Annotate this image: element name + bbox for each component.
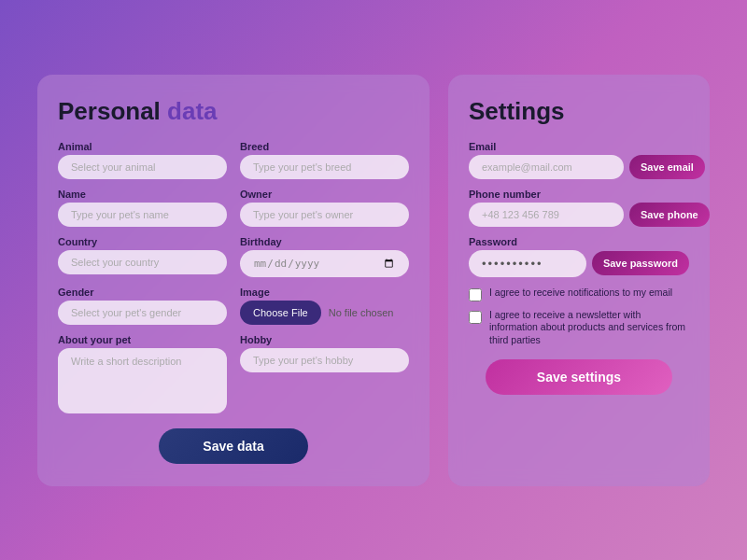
hobby-input[interactable]: [240, 348, 409, 372]
animal-group: Animal Select your animal: [58, 141, 227, 179]
save-phone-button[interactable]: Save phone: [629, 203, 710, 227]
password-group: Password Save password: [469, 236, 689, 277]
phone-input-row: Save phone: [469, 203, 689, 227]
notifications-checkbox-label: I agree to receive notifications to my e…: [489, 287, 672, 300]
email-input[interactable]: [469, 155, 624, 179]
hobby-group: Hobby: [240, 334, 409, 413]
birthday-label: Birthday: [240, 236, 409, 247]
gender-select[interactable]: Select your pet's gender: [58, 301, 227, 325]
animal-select[interactable]: Select your animal: [58, 155, 227, 179]
password-label: Password: [469, 236, 689, 247]
about-group: About your pet: [58, 334, 227, 413]
name-group: Name: [58, 189, 227, 227]
settings-card: Settings Email Save email Phone number S…: [448, 75, 710, 486]
phone-label: Phone number: [469, 189, 689, 200]
checkbox1-group: I agree to receive notifications to my e…: [469, 287, 689, 301]
breed-group: Breed: [240, 141, 409, 179]
owner-label: Owner: [240, 189, 409, 200]
email-input-row: Save email: [469, 155, 689, 179]
save-data-button[interactable]: Save data: [159, 428, 308, 464]
image-label: Image: [240, 287, 409, 298]
choose-file-button[interactable]: Choose File: [240, 301, 321, 325]
save-password-button[interactable]: Save password: [592, 251, 689, 275]
about-label: About your pet: [58, 334, 227, 345]
newsletter-checkbox-label: I agree to receive a newsletter with inf…: [489, 309, 689, 347]
birthday-input[interactable]: [240, 250, 409, 277]
password-input-row: Save password: [469, 250, 689, 277]
phone-group: Phone number Save phone: [469, 189, 689, 227]
checkbox2-group: I agree to receive a newsletter with inf…: [469, 309, 689, 347]
email-label: Email: [469, 141, 689, 152]
no-file-text: No file chosen: [329, 307, 394, 318]
save-settings-button[interactable]: Save settings: [486, 359, 672, 395]
owner-group: Owner: [240, 189, 409, 227]
gender-group: Gender Select your pet's gender: [58, 287, 227, 325]
animal-label: Animal: [58, 141, 227, 152]
owner-input[interactable]: [240, 203, 409, 227]
gender-label: Gender: [58, 287, 227, 298]
hobby-label: Hobby: [240, 334, 409, 345]
birthday-group: Birthday: [240, 236, 409, 277]
country-select[interactable]: Select your country: [58, 250, 227, 274]
image-group: Image Choose File No file chosen: [240, 287, 409, 325]
file-input-row: Choose File No file chosen: [240, 301, 409, 325]
personal-data-card: Personal data Animal Select your animal …: [37, 75, 430, 486]
about-textarea[interactable]: [58, 348, 227, 413]
name-label: Name: [58, 189, 227, 200]
phone-input[interactable]: [469, 203, 624, 227]
notifications-checkbox[interactable]: [469, 288, 482, 301]
password-input[interactable]: [469, 250, 586, 277]
country-group: Country Select your country: [58, 236, 227, 277]
settings-title: Settings: [469, 97, 689, 126]
newsletter-checkbox[interactable]: [469, 311, 482, 324]
name-input[interactable]: [58, 203, 227, 227]
breed-label: Breed: [240, 141, 409, 152]
country-label: Country: [58, 236, 227, 247]
email-group: Email Save email: [469, 141, 689, 179]
personal-data-title: Personal data: [58, 97, 409, 126]
save-email-button[interactable]: Save email: [629, 155, 705, 179]
breed-input[interactable]: [240, 155, 409, 179]
